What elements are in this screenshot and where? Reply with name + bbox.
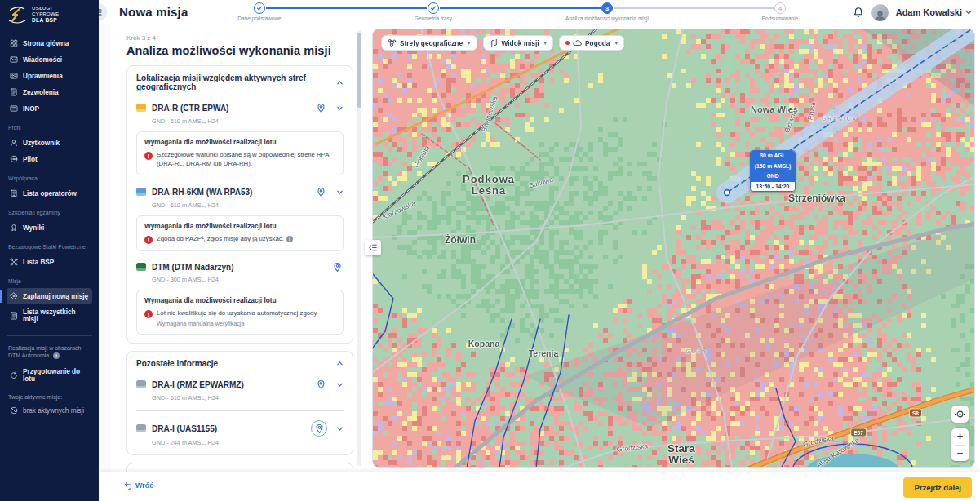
pin-icon	[316, 187, 326, 197]
sidebar-item-label: Uprawnienia	[23, 73, 63, 80]
requirement-subtext: Wymagana manualna weryfikacja	[157, 320, 335, 327]
info-icon[interactable]: i	[53, 352, 60, 359]
user-menu[interactable]: Adam Kowalski	[896, 7, 972, 17]
requirements-title: Wymagania dla możliwości realizacji lotu	[144, 138, 335, 146]
sidebar-item-inop[interactable]: INOP	[7, 100, 92, 117]
requirements-box: Wymagania dla możliwości realizacji lotu…	[136, 215, 344, 251]
sidebar: USŁUGICYFROWEDLA BSP Strona głównaWiadom…	[0, 0, 99, 501]
pilot-icon	[10, 155, 18, 163]
scrollbar-thumb[interactable]	[357, 33, 361, 108]
sidebar-item-building[interactable]: Lista operatorów	[7, 185, 92, 202]
show-on-map-button[interactable]	[311, 420, 327, 437]
zone-row[interactable]: DRA-I (UAS1155)	[136, 420, 344, 437]
weather-icon	[573, 38, 582, 47]
warning-icon: !	[144, 310, 153, 318]
sidebar-item-results[interactable]: Wyniki	[7, 219, 92, 236]
sidebar-item-label: brak aktywnych misji	[23, 407, 84, 415]
drone-icon	[10, 258, 18, 266]
step-1-circle[interactable]	[254, 2, 265, 14]
sidebar-item-label: Przygotowanie do lotu	[23, 368, 89, 383]
zone-row[interactable]: DRA-RH-6KM (WA RPA53)	[136, 184, 344, 199]
pin-icon	[316, 103, 326, 113]
toolbar-label: Widok misji	[502, 39, 539, 47]
sidebar-item-label: Pilot	[23, 156, 38, 163]
zone-expand-button[interactable]	[336, 421, 344, 436]
zone-type-icon	[136, 104, 146, 112]
accordion-title: Lokalizacja misji względem aktywnych str…	[136, 73, 336, 91]
zone-expand-button[interactable]	[336, 377, 344, 392]
notifications-bell-icon[interactable]	[853, 7, 864, 18]
show-on-map-button[interactable]	[330, 260, 344, 273]
locate-button[interactable]	[951, 406, 969, 423]
zone-type-icon	[136, 188, 146, 196]
zone-item: DTM (DTM Nadarzyn) GND - 300 m AMSL, H24…	[136, 260, 344, 335]
sidebar-item-home[interactable]: Strona główna	[7, 35, 92, 51]
map-toolbar-weather-button[interactable]: Pogoda▾	[559, 35, 624, 51]
sidebar-item-drone[interactable]: Lista BSP	[7, 254, 92, 270]
zone-row[interactable]: DTM (DTM Nadarzyn)	[136, 260, 344, 273]
zone-expand-button[interactable]	[336, 100, 344, 115]
map-canvas[interactable]	[373, 29, 975, 468]
sidebar-item-user[interactable]: Użytkownik	[7, 135, 92, 151]
crosshair-icon	[955, 409, 965, 419]
show-on-map-button[interactable]	[314, 378, 327, 391]
next-step-button[interactable]: Przejdź dalej	[903, 477, 972, 498]
results-icon	[10, 224, 18, 232]
map-toolbar: Strefy geograficzne▾Widok misji▾Pogoda▾	[381, 35, 624, 51]
show-on-map-button[interactable]	[314, 101, 327, 114]
sidebar-item-idcard[interactable]: Uprawnienia	[7, 68, 92, 84]
zone-type-icon	[136, 263, 146, 271]
step-1-label: Dane podstawowe	[194, 16, 325, 21]
step-2-label: Geometria trasy	[368, 16, 499, 21]
toolbar-label: Strefy geograficzne	[400, 39, 463, 47]
map-toolbar-route-button[interactable]: Widok misji▾	[483, 35, 554, 51]
sidebar-item-label: Strona główna	[23, 40, 69, 47]
sidebar-item-doc[interactable]: Zezwolenia	[7, 84, 92, 100]
zone-expand-button[interactable]	[336, 184, 344, 199]
sidebar-item-label: Lista wszystkich misji	[23, 308, 89, 323]
zones-icon	[388, 38, 397, 47]
zoom-in-button[interactable]: +	[951, 428, 969, 445]
sidebar-item-mail[interactable]: Wiadomości	[7, 51, 92, 68]
zone-row[interactable]: DRA-I (RMZ EPWARMZ)	[136, 377, 344, 392]
zone-item: DRA-R (CTR EPWA) GND - 610 m AMSL, H24 W…	[136, 100, 344, 175]
sidebar-item-label: Wyniki	[23, 224, 44, 232]
requirement-text: Szczegółowe warunki opisane są w odpowie…	[157, 151, 335, 168]
step-2-circle[interactable]	[428, 2, 439, 14]
sidebar-item-target[interactable]: Zaplanuj nową misję	[7, 288, 92, 304]
zone-item: DRA-RH-6KM (WA RPA53) GND - 610 m AMSL, …	[136, 184, 344, 251]
sidebar-item-pilot[interactable]: Pilot	[7, 151, 92, 167]
badge-amsl: (158 m AMSL)	[751, 162, 795, 172]
zone-row[interactable]: DRA-R (CTR EPWA)	[136, 100, 344, 115]
back-button[interactable]: Wróć	[124, 481, 153, 490]
step-3-circle[interactable]: 3	[601, 2, 613, 14]
check-icon	[430, 5, 437, 11]
accordion-header[interactable]: Pozostałe informacje	[136, 359, 344, 368]
zoom-out-button[interactable]: −	[951, 446, 969, 462]
map-toolbar-zones-button[interactable]: Strefy geograficzne▾	[381, 35, 477, 51]
pin-icon	[316, 379, 326, 390]
info-icon[interactable]: i	[286, 236, 293, 242]
user-icon	[10, 139, 18, 147]
no-active-missions: brak aktywnych misji	[7, 402, 92, 419]
chevron-up-icon	[336, 79, 344, 86]
sidebar-item-refresh[interactable]: Przygotowanie do lotu	[7, 364, 92, 387]
chevron-down-icon	[336, 425, 344, 432]
avatar[interactable]	[871, 4, 889, 21]
show-on-map-button[interactable]	[314, 185, 327, 198]
collapse-panel-button[interactable]	[365, 240, 381, 255]
check-icon	[256, 5, 263, 11]
content-gutter	[99, 24, 111, 472]
badge-agl: 30 m AGL	[751, 151, 795, 162]
accordion-header[interactable]: Lokalizacja misji względem aktywnych str…	[136, 73, 344, 91]
logo-icon	[7, 4, 28, 25]
requirements-title: Wymagania dla możliwości realizacji lotu	[144, 296, 335, 304]
warning-icon: !	[144, 152, 153, 160]
chevron-up-icon	[336, 360, 344, 367]
sidebar-item-list[interactable]: Lista wszystkich misji	[7, 304, 92, 327]
step-4-circle[interactable]: 4	[774, 2, 786, 14]
zone-name: DRA-RH-6KM (WA RPA53)	[152, 188, 308, 197]
sidebar-item-label: Użytkownik	[23, 140, 60, 147]
refresh-icon	[10, 371, 18, 379]
zone-name: DTM (DTM Nadarzyn)	[152, 263, 325, 272]
